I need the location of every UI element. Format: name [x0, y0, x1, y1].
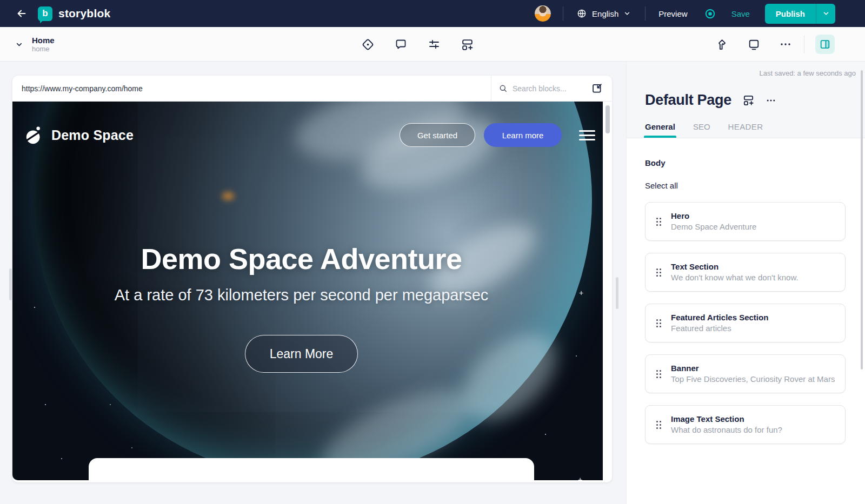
preview-button[interactable]: Preview	[658, 9, 687, 18]
visual-editor-canvas: https://www.my-company.com/home +	[0, 62, 626, 504]
hero-subtitle[interactable]: At a rate of 73 kilometers per second pe…	[12, 286, 590, 304]
block-summary: Featured articles	[671, 323, 768, 334]
edit-url-button[interactable]	[582, 76, 612, 101]
block-card[interactable]: Image Text Section What do astronauts do…	[645, 405, 846, 444]
top-navbar: b storyblok English Preview Save Publish	[0, 0, 865, 27]
site-hero-section[interactable]: + + Demo Space Get started Learn more	[12, 102, 603, 480]
record-status-icon[interactable]	[704, 8, 716, 20]
adjustments-button[interactable]	[428, 38, 441, 51]
search-blocks-input[interactable]	[513, 84, 572, 93]
chevron-down-icon	[623, 10, 631, 17]
editor-crosshair: +	[578, 476, 582, 480]
select-all-link[interactable]: Select all	[645, 181, 678, 190]
sidebar-scrollbar[interactable]	[861, 70, 863, 369]
publish-dropdown-button[interactable]	[816, 4, 835, 24]
diamond-dot-icon	[361, 38, 375, 51]
toolbar-divider	[804, 35, 804, 53]
search-blocks-box	[491, 76, 582, 101]
blocks-plus-icon	[742, 94, 755, 106]
drag-handle-icon[interactable]	[656, 370, 661, 378]
resize-handle-right[interactable]	[616, 277, 618, 309]
navbar-divider	[645, 6, 646, 21]
drag-handle-icon[interactable]	[656, 421, 661, 429]
hero-learn-more-button[interactable]: Learn More	[245, 335, 358, 373]
site-brand-name: Demo Space	[51, 127, 134, 143]
hammer-icon	[715, 38, 729, 51]
block-summary: We don't know what we don't know.	[671, 272, 799, 283]
block-settings-sidebar: Last saved: a few seconds ago Default Pa…	[626, 62, 865, 504]
sidebar-more-options-button[interactable]	[766, 95, 776, 106]
block-card[interactable]: Text Section We don't know what we don't…	[645, 253, 846, 292]
drag-handle-icon[interactable]	[656, 319, 661, 327]
preview-frame: https://www.my-company.com/home +	[12, 76, 612, 482]
tab-general[interactable]: General	[645, 122, 675, 138]
block-card[interactable]: Hero Demo Space Adventure	[645, 202, 846, 241]
block-name: Featured Articles Section	[671, 312, 768, 323]
globe-icon	[576, 8, 587, 19]
storyblok-logo[interactable]: b storyblok	[38, 6, 110, 21]
navbar-divider	[563, 6, 563, 21]
hamburger-menu-icon[interactable]	[579, 130, 595, 140]
sidebar-tabs: General SEO HEADER	[645, 122, 865, 138]
tab-seo[interactable]: SEO	[693, 122, 710, 138]
story-slug: home	[32, 45, 55, 53]
content-type-title: Default Page	[645, 92, 731, 109]
add-block-button[interactable]	[461, 38, 474, 51]
block-summary: Top Five Discoveries, Curiosity Rover at…	[671, 374, 835, 385]
preview-url[interactable]: https://www.my-company.com/home	[12, 84, 491, 93]
resize-handle-left[interactable]	[9, 268, 12, 300]
last-saved-status: Last saved: a few seconds ago	[627, 62, 865, 77]
more-options-button[interactable]	[779, 38, 792, 51]
next-section-card[interactable]	[89, 458, 534, 480]
publish-button-group: Publish	[765, 4, 835, 24]
block-card[interactable]: Banner Top Five Discoveries, Curiosity R…	[645, 354, 846, 393]
comments-button[interactable]	[395, 38, 408, 51]
editor-toolbar: Home home	[0, 27, 865, 62]
language-label: English	[592, 9, 618, 18]
back-arrow-icon	[16, 8, 28, 19]
back-button[interactable]	[14, 6, 29, 21]
comment-bubble-icon	[395, 38, 408, 51]
tab-header[interactable]: HEADER	[728, 122, 763, 138]
preview-viewport: + + Demo Space Get started Learn more	[12, 102, 612, 482]
viewport-size-button[interactable]	[747, 38, 761, 51]
dev-tools-button[interactable]	[715, 38, 729, 51]
ellipsis-icon	[766, 95, 776, 106]
hero-title[interactable]: Demo Space Adventure	[12, 242, 590, 275]
block-list: Hero Demo Space Adventure Text Section W…	[645, 202, 846, 444]
planet-logo-icon	[24, 124, 45, 146]
get-started-button[interactable]: Get started	[400, 123, 475, 147]
sliders-icon	[428, 38, 441, 51]
chevron-down-icon	[15, 41, 23, 49]
focus-mode-button[interactable]	[361, 38, 375, 51]
toggle-sidebar-button[interactable]	[815, 35, 835, 54]
blocks-plus-icon	[461, 38, 474, 51]
save-button[interactable]: Save	[731, 9, 750, 18]
sidebar-header: Last saved: a few seconds ago Default Pa…	[627, 62, 865, 138]
language-selector[interactable]: English	[576, 8, 631, 19]
body-field-label: Body	[645, 158, 865, 167]
compose-arrow-icon	[591, 83, 603, 94]
story-switcher[interactable]: Home home	[15, 27, 55, 62]
preview-url-bar: https://www.my-company.com/home	[12, 76, 612, 102]
panel-right-icon	[819, 38, 831, 50]
preview-scrollbar[interactable]	[606, 105, 610, 133]
block-card[interactable]: Featured Articles Section Featured artic…	[645, 304, 846, 342]
learn-more-nav-button[interactable]: Learn more	[484, 123, 562, 147]
block-name: Hero	[671, 211, 756, 221]
ellipsis-icon	[779, 38, 792, 51]
add-block-sidebar-button[interactable]	[742, 94, 755, 106]
storyblok-logo-text: storyblok	[58, 7, 110, 20]
story-title: Home	[32, 36, 55, 45]
user-avatar[interactable]	[535, 5, 551, 22]
publish-button[interactable]: Publish	[765, 4, 816, 24]
drag-handle-icon[interactable]	[656, 268, 661, 277]
block-name: Banner	[671, 363, 835, 374]
monitor-icon	[747, 38, 761, 51]
site-logo[interactable]: Demo Space	[24, 124, 134, 146]
block-name: Text Section	[671, 261, 799, 272]
storyblok-logo-icon: b	[38, 6, 52, 21]
chevron-down-icon	[822, 10, 830, 17]
drag-handle-icon[interactable]	[656, 218, 661, 226]
city-lights	[222, 192, 234, 200]
